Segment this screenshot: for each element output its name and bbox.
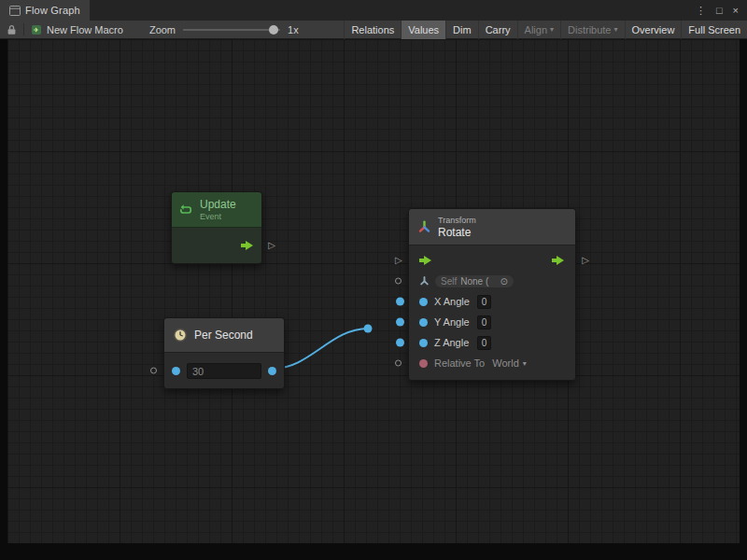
zoom-control: Zoom 1x: [149, 24, 299, 35]
dim-button[interactable]: Dim: [445, 21, 478, 39]
update-node-title: Update: [200, 198, 236, 211]
align-label: Align: [525, 24, 547, 35]
graph-toolbar: New Flow Macro Zoom 1x Relations Values …: [0, 21, 747, 39]
z-angle-port[interactable]: [419, 339, 428, 347]
values-button[interactable]: Values: [401, 21, 445, 39]
update-node-subtitle: Event: [200, 212, 236, 221]
rotate-body: ▷ ▷ Self None ( ⊙: [409, 245, 575, 380]
zoom-slider-track: [183, 29, 280, 31]
relative-to-port[interactable]: [419, 359, 428, 368]
z-angle-outer-port[interactable]: [396, 339, 404, 347]
relative-to-caret-icon: ▾: [523, 359, 527, 368]
zoom-slider[interactable]: [183, 24, 280, 35]
flow-graph-window: Flow Graph ⋮ □ × New Flow Macro Zoom 1x …: [0, 0, 747, 560]
target-outer-port[interactable]: [395, 278, 402, 285]
x-angle-row: X Angle 0: [409, 291, 575, 312]
overview-button[interactable]: Overview: [625, 21, 682, 39]
object-picker-icon[interactable]: ⊙: [500, 276, 508, 287]
carry-button[interactable]: Carry: [478, 21, 517, 39]
flow-input-arrow-icon: [419, 256, 432, 265]
y-angle-outer-port[interactable]: [396, 318, 404, 327]
relations-button[interactable]: Relations: [344, 21, 401, 39]
align-caret-icon: ▾: [550, 25, 554, 34]
tab-label: Flow Graph: [25, 5, 80, 16]
titlebar: Flow Graph ⋮ □ ×: [0, 0, 747, 21]
distribute-button[interactable]: Distribute ▾: [560, 21, 624, 39]
tab-flow-graph[interactable]: Flow Graph: [0, 0, 90, 21]
per-second-header[interactable]: Per Second: [164, 318, 284, 353]
wire-endpoint-dot[interactable]: [364, 325, 373, 333]
distribute-caret-icon: ▾: [614, 25, 618, 34]
maximize-icon[interactable]: □: [716, 5, 723, 16]
z-angle-input[interactable]: 0: [477, 336, 491, 350]
per-second-title: Per Second: [194, 329, 253, 342]
lock-icon[interactable]: [7, 24, 17, 35]
x-angle-input[interactable]: 0: [477, 295, 491, 309]
close-icon[interactable]: ×: [733, 5, 739, 16]
clock-icon: [173, 328, 188, 343]
update-event-node[interactable]: Update Event ▷: [171, 191, 262, 264]
target-object-value: None (: [460, 276, 488, 287]
graph-canvas[interactable]: Update Event ▷ Per Second: [7, 39, 740, 543]
relative-to-value: World: [492, 357, 519, 369]
fullscreen-button[interactable]: Full Screen: [681, 21, 747, 39]
x-angle-outer-port[interactable]: [396, 298, 404, 306]
zoom-label: Zoom: [149, 24, 176, 35]
rotate-node-titles: Transform Rotate: [438, 216, 476, 239]
update-node-body: ▷: [172, 228, 261, 263]
y-angle-port[interactable]: [419, 318, 428, 327]
flow-output-arrow-icon: [552, 256, 565, 265]
per-second-body: 30: [164, 353, 284, 388]
update-node-titles: Update Event: [200, 198, 236, 221]
per-second-output-port[interactable]: [268, 367, 276, 375]
rotate-header[interactable]: Transform Rotate: [409, 209, 575, 245]
align-button[interactable]: Align ▾: [517, 21, 560, 39]
rate-outer-port[interactable]: [150, 368, 157, 374]
update-flow-output-port[interactable]: ▷: [268, 241, 275, 250]
z-angle-label: Z Angle: [434, 337, 477, 348]
toolbar-buttons: Relations Values Dim Carry Align ▾ Distr…: [344, 21, 747, 39]
rotate-category: Transform: [438, 216, 476, 225]
titlebar-spacer: [90, 0, 696, 21]
rate-input[interactable]: 30: [187, 363, 261, 379]
transform-axes-icon: [417, 219, 431, 234]
rate-input-port[interactable]: [172, 367, 180, 375]
flow-output-arrow-icon: [241, 241, 254, 250]
bottom-edge: [0, 543, 747, 560]
per-second-node[interactable]: Per Second 30: [163, 317, 285, 389]
flow-macro-icon: [31, 24, 42, 35]
x-angle-label: X Angle: [434, 296, 477, 307]
x-angle-port[interactable]: [419, 298, 428, 306]
rotate-target-row: Self None ( ⊙: [409, 271, 575, 291]
target-ghost-label: Self: [441, 276, 457, 287]
rotate-flow-output-port[interactable]: ▷: [582, 256, 589, 265]
toolbar-separator: [23, 23, 24, 35]
macro-selector[interactable]: New Flow Macro: [31, 24, 123, 35]
y-angle-row: Y Angle 0: [409, 312, 575, 332]
rotate-flow-input-port[interactable]: ▷: [395, 256, 402, 265]
target-transform-icon: [419, 275, 430, 287]
rotate-title: Rotate: [438, 226, 476, 239]
kebab-menu-icon[interactable]: ⋮: [696, 5, 706, 17]
target-object-field[interactable]: Self None ( ⊙: [434, 274, 514, 288]
zoom-value: 1x: [288, 24, 299, 35]
relative-to-dropdown[interactable]: World ▾: [492, 357, 527, 369]
wires-layer: [7, 39, 740, 543]
y-angle-label: Y Angle: [434, 316, 477, 328]
z-angle-row: Z Angle 0: [409, 332, 575, 353]
rotate-flow-row: ▷ ▷: [409, 250, 575, 271]
relative-to-outer-port[interactable]: [395, 360, 402, 367]
distribute-label: Distribute: [568, 24, 611, 35]
macro-name: New Flow Macro: [47, 24, 123, 35]
update-node-header[interactable]: Update Event: [172, 192, 261, 228]
zoom-slider-handle[interactable]: [269, 25, 278, 35]
titlebar-controls: ⋮ □ ×: [696, 0, 747, 21]
relative-to-label: Relative To: [434, 357, 485, 369]
relative-to-row: Relative To World ▾: [409, 353, 575, 373]
rotate-node[interactable]: Transform Rotate ▷ ▷: [408, 208, 576, 381]
update-loop-icon: [179, 203, 194, 217]
y-angle-input[interactable]: 0: [477, 315, 491, 329]
flow-graph-tab-icon: [9, 6, 21, 16]
per-second-to-rotate-wire[interactable]: [273, 329, 368, 369]
